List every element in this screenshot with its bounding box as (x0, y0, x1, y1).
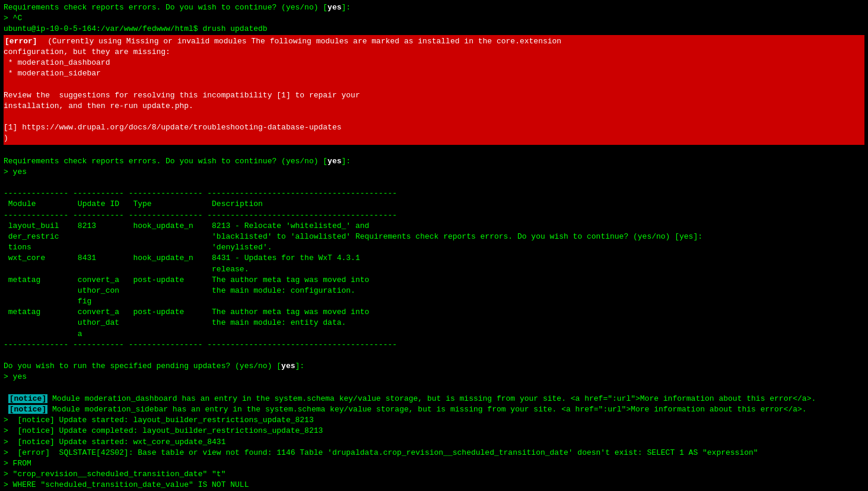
text-and-1: Requirements check reports errors. Do yo… (355, 232, 702, 241)
notice-line-dashboard: [notice] Module moderation_dashboard has… (4, 394, 864, 404)
line-prompt-drush: ubuntu@ip-10-0-5-164:/var/www/fedwww/htm… (4, 24, 864, 34)
line-sql-table: > "crop_revision__scheduled_transition_d… (4, 469, 864, 480)
table-sep-1: -------------- ----------- -------------… (4, 188, 864, 199)
line-sql-from: > FROM (4, 458, 864, 469)
table-row-metatag2-1: metatag convert_a post-update The author… (4, 307, 864, 318)
table-row-metatag2-2: uthor_dat the main module: entity data. (4, 318, 864, 328)
table-row-layout-2: der_restric 'blacklisted' to 'allowliste… (4, 232, 864, 242)
table-row-metatag-1: metatag convert_a post-update The author… (4, 275, 864, 286)
table-row-wxt-1: wxt_core 8431 hook_update_n 8431 - Updat… (4, 253, 864, 264)
blank3 (4, 350, 864, 361)
table-row-metatag2-3: a (4, 329, 864, 340)
line-req-check-2: Requirements check reports errors. Do yo… (4, 156, 864, 167)
table-row-wxt-2: release. (4, 264, 864, 275)
line-sql-where: > WHERE "scheduled_transition_date_value… (4, 480, 864, 490)
error-block-line8 (4, 112, 864, 122)
table-sep-2: -------------- ----------- -------------… (4, 210, 864, 221)
line-yes-1: > yes (4, 167, 864, 178)
line-update-started-wxt: > [notice] Update started: wxt_core_upda… (4, 437, 864, 448)
table-row-layout-3: tions 'denylisted'. (4, 242, 864, 253)
error-block-line7: installation, and then re-run update.php… (4, 101, 864, 112)
error-tag: [error] (4, 37, 39, 46)
notice-line-sidebar: [notice] Module moderation_sidebar has a… (4, 404, 864, 415)
error-block-line5 (4, 79, 864, 90)
blank4 (4, 383, 864, 394)
notice-tag-2: [notice] (8, 405, 47, 414)
error-block-line4: * moderation_sidebar (4, 68, 864, 79)
error-block-line10: ) (4, 133, 864, 144)
error-block-missing-modules: [error] (Currently using Missing or inva… (4, 35, 864, 145)
table-row-layout-1: layout_buil 8213 hook_update_n 8213 - Re… (4, 221, 864, 232)
line-sql-error: > [error] SQLSTATE[42S02]: Base table or… (4, 448, 864, 458)
text-about-1: about (718, 394, 742, 403)
line-run-updates: Do you wish to run the specified pending… (4, 361, 864, 372)
error-block-line2: configuration, but they are missing: (4, 47, 864, 58)
terminal-container: Requirements check reports errors. Do yo… (0, 0, 868, 491)
line-yes-2: > yes (4, 372, 864, 382)
error-block-line6: Review the suggestions for resolving thi… (4, 90, 864, 101)
error-block-line1: [error] (Currently using Missing or inva… (4, 36, 864, 47)
table-row-metatag-2: uthor_con the main module: configuration… (4, 286, 864, 296)
line-update-started-layout: > [notice] Update started: layout_builde… (4, 415, 864, 426)
line-ctrl-c: > ^C (4, 13, 864, 24)
table-row-metatag-3: fig (4, 296, 864, 307)
line-req-check-top: Requirements check reports errors. Do yo… (4, 2, 864, 13)
error-block-line9: [1] https://www.drupal.org/docs/8/update… (4, 122, 864, 133)
blank2 (4, 178, 864, 188)
blank1 (4, 145, 864, 156)
line-update-completed-layout: > [notice] Update completed: layout_buil… (4, 426, 864, 436)
error-block-line3: * moderation_dashboard (4, 58, 864, 68)
notice-tag-1: [notice] (8, 394, 47, 403)
table-sep-3: -------------- ----------- -------------… (4, 340, 864, 350)
table-header-row: Module Update ID Type Description (4, 199, 864, 210)
